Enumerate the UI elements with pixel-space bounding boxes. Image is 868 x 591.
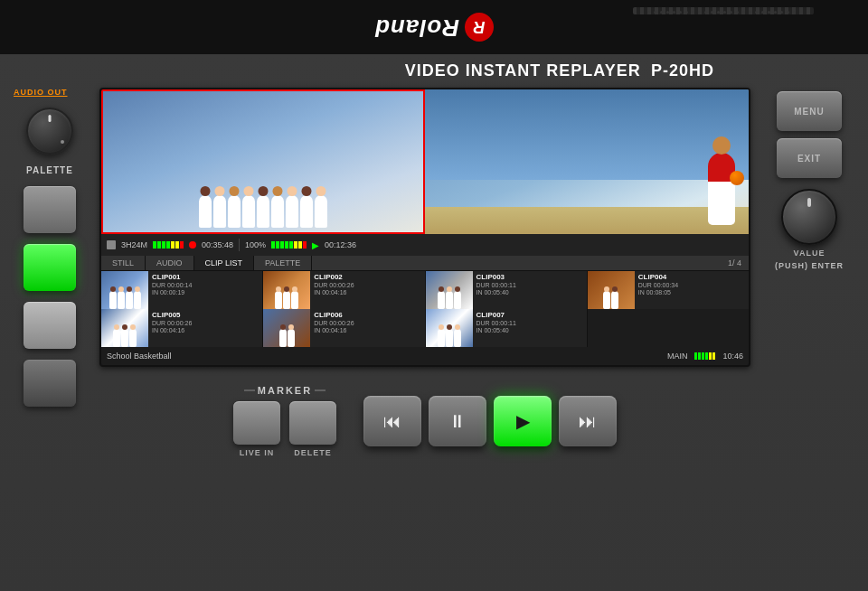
clip-in-003: IN 00:05:40 bbox=[476, 289, 583, 296]
next-button[interactable]: ⏭ bbox=[559, 396, 617, 446]
vol-seg-4 bbox=[705, 352, 708, 360]
mini-p5 bbox=[275, 291, 282, 309]
clip-item-001[interactable]: CLIP001 DUR 00:00:14 IN 00:00:19 bbox=[101, 271, 262, 309]
play-button[interactable]: ▶ bbox=[494, 396, 552, 446]
person-3 bbox=[228, 195, 241, 228]
rec-indicator bbox=[189, 241, 196, 249]
clip-dur-006: DUR 00:00:26 bbox=[314, 320, 420, 326]
person-2 bbox=[213, 195, 226, 228]
gym-wall bbox=[425, 89, 749, 180]
left-panel: AUDIO OUT PALETTE bbox=[9, 84, 90, 591]
brand-emblem-letter: R bbox=[474, 18, 486, 37]
tab-clip-list[interactable]: CLIP LIST bbox=[194, 256, 254, 270]
page-info: 1/ 4 bbox=[721, 256, 749, 270]
pause-icon: ⏸ bbox=[448, 411, 467, 432]
clip-thumb-001 bbox=[101, 271, 148, 309]
person-1 bbox=[199, 195, 212, 228]
value-knob-section: VALUE (PUSH) ENTER bbox=[775, 189, 844, 270]
person-4 bbox=[242, 195, 255, 228]
clip-info-007: CLIP007 DUR 00:00:11 IN 00:05:40 bbox=[473, 309, 587, 347]
level-seg-2 bbox=[157, 241, 161, 249]
prev-button[interactable]: ⏮ bbox=[363, 396, 421, 446]
clip-name-006: CLIP006 bbox=[314, 311, 420, 319]
mini-p20 bbox=[454, 329, 461, 347]
clip-item-003[interactable]: CLIP003 DUR 00:00:11 IN 00:05:40 bbox=[426, 271, 587, 309]
clip-item-empty bbox=[588, 309, 749, 347]
level-seg-6 bbox=[175, 241, 179, 249]
vol-seg-3 bbox=[702, 352, 704, 360]
brand-name: Roland bbox=[374, 14, 459, 42]
video-scene-team bbox=[103, 91, 423, 232]
clip-dur-007: DUR 00:00:11 bbox=[476, 320, 583, 326]
mini-p3 bbox=[126, 291, 133, 309]
audio-out-label: AUDIO OUT bbox=[14, 88, 68, 97]
clip-thumb-people-6 bbox=[263, 309, 310, 347]
palette-btn-3[interactable] bbox=[24, 360, 76, 407]
clip-title: School Basketball bbox=[107, 352, 172, 361]
push-enter-label: (PUSH) ENTER bbox=[775, 261, 844, 270]
tab-still[interactable]: STILL bbox=[101, 256, 146, 270]
tab-bar: STILL AUDIO CLIP LIST PALETTE 1/ 4 bbox=[101, 256, 749, 271]
palette-btn-1[interactable] bbox=[24, 186, 76, 233]
mini-p6 bbox=[283, 291, 290, 309]
menu-button[interactable]: MENU bbox=[777, 91, 842, 131]
level-seg-r5 bbox=[289, 241, 293, 249]
next-icon: ⏭ bbox=[579, 411, 597, 432]
clip-item-006[interactable]: CLIP006 DUR 00:00:26 IN 00:04:16 bbox=[263, 309, 424, 347]
level-seg-r4 bbox=[285, 241, 288, 249]
clip-info-006: CLIP006 DUR 00:00:26 IN 00:04:16 bbox=[310, 309, 424, 347]
palette-btn-2[interactable] bbox=[24, 302, 76, 349]
clip-in-007: IN 00:05:40 bbox=[476, 327, 583, 333]
delete-button[interactable] bbox=[289, 401, 336, 445]
clip-in-004: IN 00:08:05 bbox=[638, 289, 745, 296]
clip-name-005: CLIP005 bbox=[152, 311, 259, 319]
clip-item-004[interactable]: CLIP004 DUR 00:00:34 IN 00:08:05 bbox=[588, 271, 749, 309]
clip-thumb-006 bbox=[263, 309, 310, 347]
device-model: P-20HD bbox=[651, 61, 714, 80]
clip-thumb-people-2 bbox=[263, 271, 310, 309]
clip-name-002: CLIP002 bbox=[314, 273, 420, 281]
mini-p15 bbox=[129, 329, 137, 347]
menu-label: MENU bbox=[794, 107, 824, 117]
title-bar: VIDEO INSTANT REPLAYER P-20HD bbox=[0, 54, 868, 84]
person-9 bbox=[315, 195, 327, 228]
pause-button[interactable]: ⏸ bbox=[429, 396, 486, 446]
vol-seg-6 bbox=[712, 352, 715, 360]
clip-thumb-003 bbox=[426, 271, 473, 309]
level-seg-5 bbox=[171, 241, 175, 249]
live-in-button[interactable] bbox=[233, 401, 280, 445]
level-seg-r8 bbox=[303, 241, 307, 249]
clip-in-006: IN 00:04:16 bbox=[314, 327, 420, 333]
value-knob[interactable] bbox=[781, 189, 837, 245]
info-bar-right: MAIN 10:46 bbox=[667, 352, 743, 361]
clip-item-007[interactable]: CLIP007 DUR 00:00:11 IN 00:05:40 bbox=[426, 309, 587, 347]
audio-out-knob[interactable] bbox=[26, 108, 73, 155]
person-6 bbox=[271, 195, 284, 228]
clip-item-002[interactable]: CLIP002 DUR 00:00:26 IN 00:04:16 bbox=[263, 271, 424, 309]
person-7 bbox=[286, 195, 298, 228]
play-icon: ▶ bbox=[516, 410, 530, 432]
tab-audio[interactable]: AUDIO bbox=[146, 256, 194, 270]
exit-button[interactable]: EXIT bbox=[777, 138, 842, 178]
clip-thumb-007 bbox=[426, 309, 473, 347]
format-text: 3H24M bbox=[121, 240, 147, 249]
mini-p8 bbox=[438, 291, 445, 309]
clip-thumb-people-1 bbox=[101, 271, 148, 309]
transport-buttons: ⏮ ⏸ ▶ ⏭ bbox=[363, 396, 617, 446]
play-indicator: ▶ bbox=[312, 240, 319, 250]
clip-item-005[interactable]: CLIP005 DUR 00:00:26 IN 00:04:16 bbox=[101, 309, 262, 347]
mini-p13 bbox=[113, 329, 120, 347]
clip-dur-002: DUR 00:00:26 bbox=[314, 282, 420, 288]
knob-indicator bbox=[61, 140, 64, 144]
video-row bbox=[101, 89, 749, 234]
palette-btn-green[interactable] bbox=[24, 244, 76, 291]
mini-p18 bbox=[438, 329, 445, 347]
lcd-display: 3H24M 00:35:48 100% bbox=[99, 88, 750, 367]
device-body: VIDEO INSTANT REPLAYER P-20HD AUDIO OUT … bbox=[0, 54, 868, 591]
clip-in-002: IN 00:04:16 bbox=[314, 289, 420, 296]
mini-p10 bbox=[454, 291, 461, 309]
clip-in-001: IN 00:00:19 bbox=[152, 289, 259, 296]
tab-palette[interactable]: PALETTE bbox=[254, 256, 312, 270]
vol-seg-1 bbox=[694, 352, 697, 360]
clip-dur-003: DUR 00:00:11 bbox=[476, 282, 583, 288]
